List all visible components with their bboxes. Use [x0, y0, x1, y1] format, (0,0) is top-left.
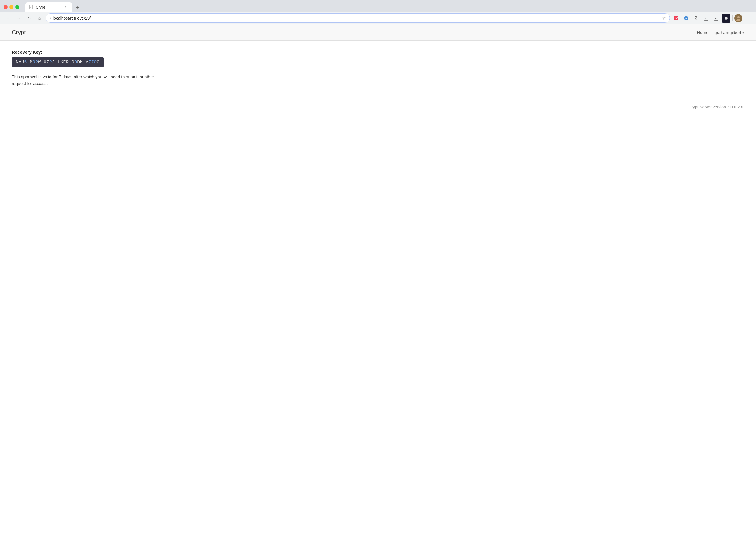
reload-button[interactable]: ↻ [25, 14, 33, 22]
window-controls [4, 5, 19, 9]
validity-text: This approval is valid for 7 days, after… [12, 74, 164, 87]
recovery-key-seg3: J–LKER–O [52, 60, 75, 65]
profile-button[interactable] [734, 14, 742, 22]
svg-text:E: E [705, 17, 707, 20]
privacy-badger-extension-button[interactable]: P [682, 14, 691, 22]
recovery-key-hl5: 770 [88, 60, 97, 65]
nav-bar: ← → ↻ ⌂ ℹ ☆ [0, 12, 756, 24]
server-version: Crypt Server version 3.0.0.230 [12, 105, 744, 109]
dark-extension-button[interactable] [722, 14, 731, 22]
active-tab[interactable]: Crypt × [25, 2, 72, 12]
toolbar-divider [732, 15, 733, 21]
validity-line2: request for access. [12, 81, 48, 86]
camera-extension-button[interactable] [692, 14, 701, 22]
dropdown-arrow-icon: ▾ [742, 30, 744, 35]
username-label: grahamgilbert [714, 30, 741, 35]
recovery-key-hl2: 92 [33, 60, 38, 65]
address-input[interactable] [53, 16, 660, 20]
recovery-key-hl4: 9 [75, 60, 78, 65]
recovery-key-suffix: O [97, 60, 100, 65]
app-nav-links: Home grahamgilbert ▾ [697, 30, 744, 35]
user-dropdown-button[interactable]: grahamgilbert ▾ [714, 30, 744, 35]
tab-favicon-icon [29, 5, 33, 9]
forward-button[interactable]: → [14, 14, 23, 22]
rx-extension-button[interactable]: RX [712, 14, 720, 22]
extension1-button[interactable]: E [702, 14, 710, 22]
title-bar: Crypt × + [0, 0, 756, 12]
page-content: Recovery Key: NAU6–M92W–OZ2J–LKER–O9DK–V… [0, 41, 756, 118]
tab-close-button[interactable]: × [63, 4, 68, 10]
address-lock-icon: ℹ [50, 16, 51, 20]
new-tab-button[interactable]: + [73, 4, 82, 12]
svg-text:P: P [685, 17, 687, 20]
recovery-key-seg2: W–OZ [38, 60, 49, 65]
bookmark-star-icon[interactable]: ☆ [662, 15, 666, 21]
browser-menu-button[interactable]: ⋮ [744, 14, 752, 22]
recovery-key-seg1: –M [27, 60, 33, 65]
browser-chrome: Crypt × + ← → ↻ ⌂ ℹ ☆ [0, 0, 756, 24]
tab-title: Crypt [36, 5, 60, 9]
svg-point-13 [725, 17, 728, 20]
recovery-key-seg4: DK–V [77, 60, 88, 65]
maximize-window-button[interactable] [15, 5, 19, 9]
minimize-window-button[interactable] [9, 5, 14, 9]
pocket-extension-button[interactable] [672, 14, 681, 22]
home-nav-link[interactable]: Home [697, 30, 708, 35]
svg-point-14 [737, 16, 739, 18]
tab-bar: Crypt × + [25, 2, 82, 12]
recovery-key-hl3: 2 [49, 60, 52, 65]
recovery-key-value: NAU6–M92W–OZ2J–LKER–O9DK–V770O [12, 57, 104, 67]
toolbar-extensions: P E RX [672, 14, 752, 22]
page-wrapper: Crypt Home grahamgilbert ▾ Recovery Key:… [0, 24, 756, 536]
recovery-key-label: Recovery Key: [12, 50, 744, 54]
app-header: Crypt Home grahamgilbert ▾ [0, 24, 756, 41]
validity-line1: This approval is valid for 7 days, after… [12, 75, 154, 79]
svg-point-8 [695, 17, 697, 19]
svg-text:RX: RX [714, 17, 718, 20]
svg-rect-4 [674, 16, 678, 20]
home-button[interactable]: ⌂ [35, 14, 44, 22]
close-window-button[interactable] [4, 5, 8, 9]
recovery-key-prefix: NAU [16, 60, 24, 65]
app-title: Crypt [12, 29, 26, 36]
back-button[interactable]: ← [4, 14, 12, 22]
recovery-key-hl1: 6 [24, 60, 27, 65]
address-bar[interactable]: ℹ ☆ [46, 14, 670, 22]
